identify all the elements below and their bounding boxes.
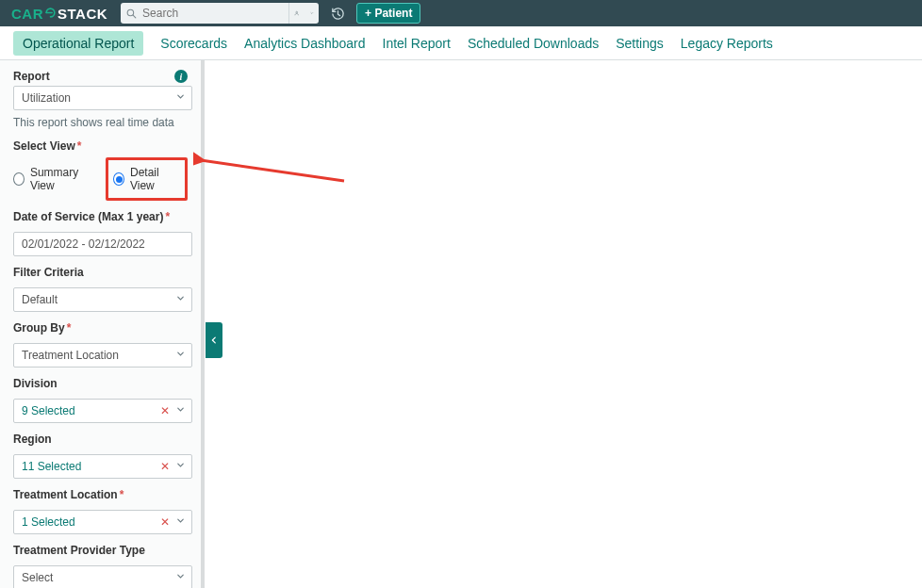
- chevron-down-icon: [175, 293, 186, 306]
- filter-criteria-select[interactable]: Default: [13, 287, 192, 312]
- tab-analytics-dashboard[interactable]: Analytics Dashboard: [244, 26, 365, 60]
- report-hint: This report shows real time data: [13, 116, 188, 129]
- brand-e-icon: [44, 7, 57, 21]
- chevron-down-icon: [175, 571, 186, 584]
- info-icon[interactable]: i: [174, 70, 188, 83]
- dos-label: Date of Service (Max 1 year)*: [13, 210, 170, 223]
- group-by-select[interactable]: Treatment Location: [13, 343, 192, 368]
- tab-scheduled-downloads[interactable]: Scheduled Downloads: [468, 26, 599, 60]
- brand-text-stack: STACK: [58, 6, 107, 22]
- treatment-provider-type-value: Select: [22, 571, 53, 584]
- radio-detail-label: Detail View: [130, 166, 176, 192]
- svg-point-0: [127, 9, 134, 16]
- filter-criteria-value: Default: [22, 293, 58, 306]
- region-clear-icon[interactable]: ✕: [160, 460, 170, 473]
- chevron-down-icon: [310, 9, 314, 17]
- dos-input[interactable]: 02/01/2022 - 02/12/2022: [13, 232, 192, 256]
- filter-criteria-label: Filter Criteria: [13, 266, 84, 279]
- tab-legacy-reports[interactable]: Legacy Reports: [681, 26, 773, 60]
- tab-intel-report[interactable]: Intel Report: [383, 26, 451, 60]
- detail-view-callout: Detail View: [106, 157, 188, 201]
- chevron-down-icon: [175, 460, 186, 473]
- search-input[interactable]: [142, 7, 288, 20]
- history-button[interactable]: [326, 2, 349, 24]
- report-select[interactable]: Utilization: [13, 86, 192, 110]
- radio-icon-selected: [113, 172, 124, 186]
- treatment-location-select[interactable]: 1 Selected ✕: [13, 510, 192, 534]
- report-value: Utilization: [22, 91, 71, 105]
- region-label: Region: [13, 433, 52, 446]
- content-area: Report i Utilization This report shows r…: [0, 60, 922, 588]
- region-value: 11 Selected: [22, 460, 81, 473]
- radio-icon: [13, 172, 25, 186]
- top-bar: CAR STACK + Patient: [0, 0, 922, 26]
- brand-logo: CAR STACK: [11, 6, 107, 22]
- region-select[interactable]: 11 Selected ✕: [13, 454, 192, 479]
- search-scope-user-dropdown[interactable]: [288, 3, 319, 24]
- svg-point-2: [296, 11, 298, 13]
- tab-bar: Operational Report Scorecards Analytics …: [0, 26, 922, 60]
- chevron-left-icon: [209, 334, 219, 347]
- radio-detail-view[interactable]: Detail View: [113, 166, 176, 192]
- tab-settings[interactable]: Settings: [616, 26, 664, 60]
- search-box[interactable]: [121, 3, 319, 24]
- report-label: Report: [13, 70, 50, 83]
- search-icon: [125, 8, 138, 20]
- dos-value: 02/01/2022 - 02/12/2022: [22, 237, 145, 251]
- treatment-location-value: 1 Selected: [22, 515, 75, 529]
- division-value: 9 Selected: [22, 404, 75, 417]
- tab-operational-report[interactable]: Operational Report: [13, 31, 143, 56]
- radio-summary-label: Summary View: [30, 166, 92, 192]
- group-by-value: Treatment Location: [22, 349, 119, 362]
- group-by-label: Group By*: [13, 321, 71, 335]
- treatment-provider-type-select[interactable]: Select: [13, 565, 192, 588]
- main-canvas: [205, 60, 922, 588]
- chevron-down-icon: [175, 515, 186, 529]
- filter-sidebar: Report i Utilization This report shows r…: [0, 60, 205, 588]
- chevron-down-icon: [175, 349, 186, 362]
- chevron-down-icon: [175, 404, 186, 417]
- treatment-location-label: Treatment Location*: [13, 488, 123, 501]
- tab-scorecards[interactable]: Scorecards: [160, 26, 227, 60]
- treatment-location-clear-icon[interactable]: ✕: [160, 515, 170, 529]
- division-select[interactable]: 9 Selected ✕: [13, 399, 192, 423]
- treatment-provider-type-label: Treatment Provider Type: [13, 544, 145, 557]
- add-patient-label: + Patient: [365, 7, 412, 20]
- radio-summary-view[interactable]: Summary View: [13, 166, 92, 192]
- svg-line-1: [133, 15, 136, 18]
- sidebar-collapse-handle[interactable]: [206, 322, 222, 358]
- add-patient-button[interactable]: + Patient: [356, 3, 420, 24]
- brand-text-care: CAR: [11, 6, 43, 22]
- select-view-label: Select View*: [13, 139, 82, 153]
- user-icon: [294, 8, 299, 19]
- chevron-down-icon: [175, 91, 186, 105]
- division-label: Division: [13, 377, 58, 390]
- division-clear-icon[interactable]: ✕: [160, 404, 170, 417]
- history-icon: [330, 6, 346, 22]
